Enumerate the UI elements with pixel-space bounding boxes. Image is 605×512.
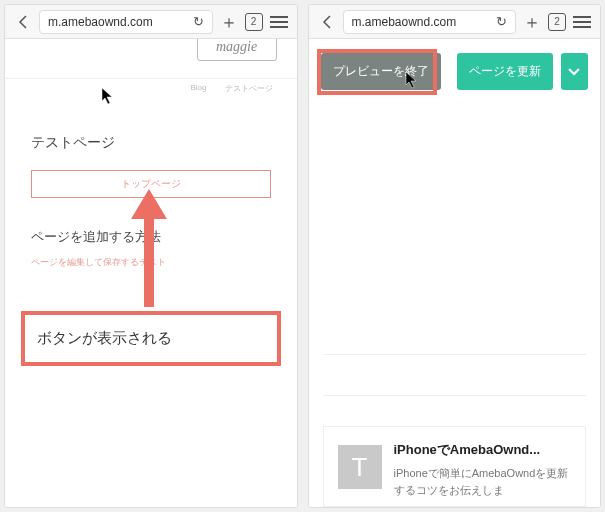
card-thumb-icon: T <box>338 445 382 489</box>
nav-test[interactable]: テストページ <box>225 83 273 94</box>
page-title: テストページ <box>31 134 271 152</box>
tabs-icon[interactable]: 2 <box>245 13 263 31</box>
cursor-icon <box>405 71 419 89</box>
action-row: プレビューを終了 ページを更新 <box>309 39 601 104</box>
card-desc: iPhoneで簡単にAmebaOwndを更新するコツをお伝えしま <box>394 465 572 498</box>
new-tab-icon[interactable]: ＋ <box>522 12 542 32</box>
divider <box>323 395 587 396</box>
update-page-button[interactable]: ページを更新 <box>457 53 553 90</box>
refresh-icon[interactable]: ↻ <box>193 14 204 29</box>
update-page-dropdown[interactable] <box>561 53 589 90</box>
related-card[interactable]: T iPhoneでAmebaOwnd... iPhoneで簡単にAmebaOwn… <box>323 426 587 507</box>
cursor-icon <box>101 87 115 105</box>
browser-bar: m.amebaownd.com ↻ ＋ 2 <box>5 5 297 39</box>
section-subtext: ページを編集して保存するテスト <box>31 256 271 269</box>
annotation-callout: ボタンが表示される <box>21 311 281 366</box>
refresh-icon[interactable]: ↻ <box>496 14 507 29</box>
back-icon[interactable] <box>317 12 337 32</box>
url-field[interactable]: m.amebaownd.com ↻ <box>39 10 213 34</box>
url-text: m.amebaownd.com <box>48 15 153 29</box>
phone-left: m.amebaownd.com ↻ ＋ 2 maggie Blog テストページ… <box>4 4 298 508</box>
url-text: m.amebaownd.com <box>352 15 457 29</box>
back-icon[interactable] <box>13 12 33 32</box>
url-field[interactable]: m.amebaownd.com ↻ <box>343 10 517 34</box>
viewport-left: maggie Blog テストページ テストページ トップページ ページを追加す… <box>5 39 297 507</box>
browser-bar: m.amebaownd.com ↻ ＋ 2 <box>309 5 601 39</box>
section-title: ページを追加する方法 <box>31 228 271 246</box>
menu-icon[interactable] <box>572 12 592 32</box>
exit-preview-button[interactable]: プレビューを終了 <box>321 53 441 90</box>
site-logo[interactable]: maggie <box>197 39 277 61</box>
header: maggie <box>5 39 297 79</box>
card-title: iPhoneでAmebaOwnd... <box>394 441 572 459</box>
viewport-right: プレビューを終了 ページを更新 T iPhoneでAmebaOwnd... iP… <box>309 39 601 507</box>
tabs-icon[interactable]: 2 <box>548 13 566 31</box>
phone-right: m.amebaownd.com ↻ ＋ 2 プレビューを終了 ページを更新 T … <box>308 4 602 508</box>
top-page-button[interactable]: トップページ <box>31 170 271 198</box>
nav-blog[interactable]: Blog <box>190 83 206 94</box>
new-tab-icon[interactable]: ＋ <box>219 12 239 32</box>
menu-icon[interactable] <box>269 12 289 32</box>
card-body: iPhoneでAmebaOwnd... iPhoneで簡単にAmebaOwndを… <box>394 441 572 498</box>
nav: Blog テストページ <box>5 79 297 94</box>
